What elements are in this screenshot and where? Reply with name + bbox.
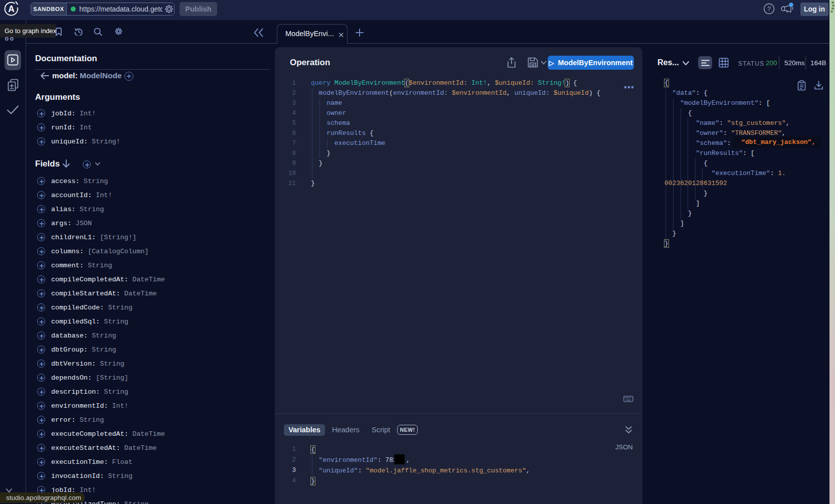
svg-text:A: A — [8, 4, 15, 14]
svg-text:?: ? — [767, 6, 771, 13]
